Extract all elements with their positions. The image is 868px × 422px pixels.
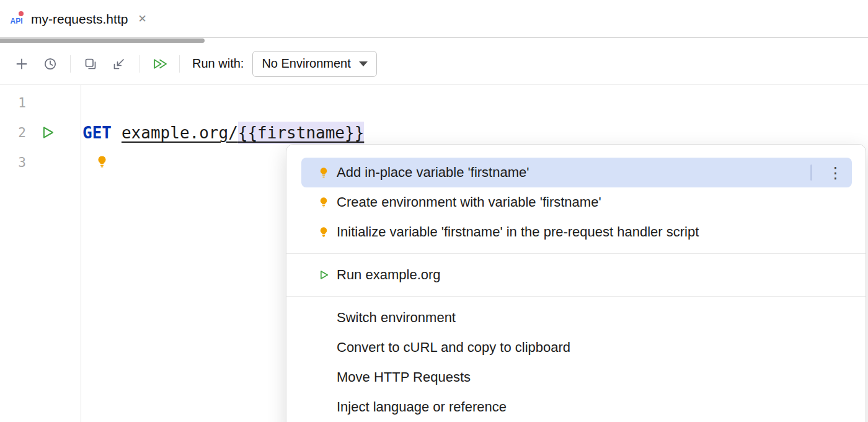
popup-item-label: Switch environment (337, 310, 456, 326)
toolbar-separator (70, 55, 71, 73)
line-number-1: 1 (0, 94, 26, 112)
tab-close-icon[interactable]: ✕ (138, 12, 146, 25)
import-arrow-icon (112, 56, 126, 71)
http-client-toolbar: Run with: No Environment (0, 43, 868, 85)
run-all-requests-button[interactable] (145, 50, 174, 78)
popup-item-label: Create environment with variable 'firstn… (337, 194, 601, 210)
intention-actions-popup: Add in-place variable 'firstname' ⋮ Crea… (286, 144, 866, 422)
popup-item-inject-language[interactable]: Inject language or reference (301, 392, 852, 422)
popup-item-convert-to-curl[interactable]: Convert to cURL and copy to clipboard (301, 333, 852, 362)
popup-item-label: Move HTTP Requests (337, 369, 471, 385)
requests-history-button[interactable] (36, 50, 64, 78)
intention-lightbulb-icon[interactable] (95, 155, 109, 169)
http-method: GET (82, 123, 112, 142)
popup-item-create-environment[interactable]: Create environment with variable 'firstn… (301, 187, 852, 217)
request-variable: {{firstname}} (238, 122, 365, 144)
popup-item-label: Add in-place variable 'firstname' (337, 164, 529, 181)
clock-icon (43, 56, 58, 71)
copy-request-button[interactable] (76, 50, 105, 78)
popup-item-switch-environment[interactable]: Switch environment (301, 303, 852, 333)
popup-separator (286, 296, 866, 297)
popup-item-label: Inject language or reference (337, 399, 507, 415)
chevron-down-icon (359, 61, 368, 66)
run-all-icon (151, 56, 167, 71)
environment-dropdown[interactable]: No Environment (252, 51, 376, 77)
lightbulb-icon (317, 195, 330, 209)
editor-tab-bar: API my-requests.http ✕ (0, 0, 868, 38)
popup-item-initialize-variable[interactable]: Initialize variable 'firstname' in the p… (301, 217, 852, 247)
plus-icon (14, 56, 29, 71)
line-number-2: 2 (0, 124, 26, 141)
popup-item-move-http-requests[interactable]: Move HTTP Requests (301, 362, 852, 392)
popup-item-add-in-place-variable[interactable]: Add in-place variable 'firstname' ⋮ (301, 158, 852, 187)
toolbar-separator (139, 55, 140, 73)
request-url: example.org/ (122, 123, 238, 142)
run-icon (317, 268, 330, 282)
tab-my-requests[interactable]: API my-requests.http ✕ (0, 0, 157, 38)
copy-icon (83, 56, 98, 71)
open-in-editor-button[interactable] (105, 50, 133, 78)
tab-title: my-requests.http (31, 12, 128, 27)
popup-separator (286, 253, 866, 254)
add-request-button[interactable] (7, 50, 36, 78)
toolbar-separator (179, 55, 180, 73)
popup-item-label: Run example.org (337, 267, 441, 283)
environment-value: No Environment (262, 56, 350, 71)
popup-item-label: Convert to cURL and copy to clipboard (337, 339, 570, 356)
run-with-label: Run with: (192, 56, 244, 71)
popup-item-run-request[interactable]: Run example.org (301, 260, 852, 290)
ide-window: API my-requests.http ✕ Run with: No Env (0, 0, 868, 422)
gutter-divider (81, 85, 81, 422)
request-line[interactable]: GETexample.org/{{firstname}} (82, 118, 364, 148)
lightbulb-icon (317, 166, 330, 179)
popup-item-label: Initialize variable 'firstname' in the p… (337, 224, 699, 240)
lightbulb-icon (317, 225, 330, 239)
http-file-icon: API (8, 11, 25, 27)
line-number-3: 3 (0, 154, 26, 171)
more-options-icon[interactable]: ⋮ (828, 165, 846, 181)
tab-scroll-indicator (0, 38, 205, 43)
submenu-divider (810, 164, 812, 181)
run-request-gutter-icon[interactable] (39, 124, 56, 141)
